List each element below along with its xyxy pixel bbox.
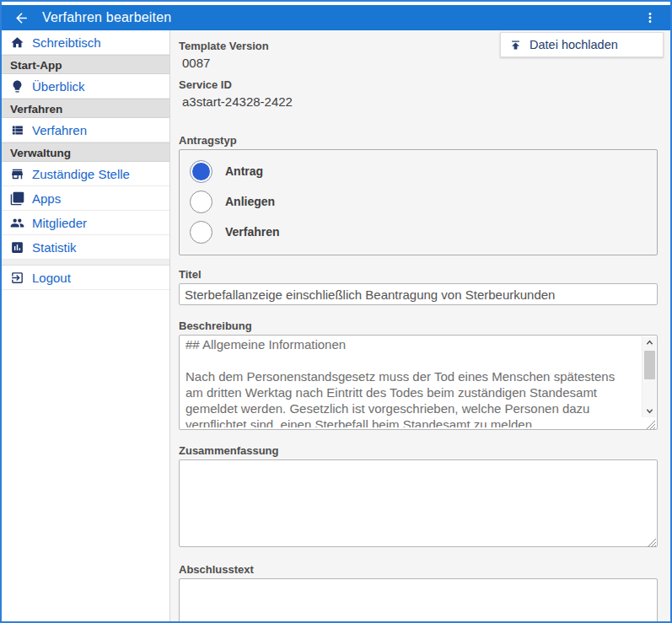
abschlusstext-textarea[interactable] <box>179 578 658 621</box>
app-bar: Verfahren bearbeiten <box>2 5 670 30</box>
office-icon <box>10 167 24 181</box>
scroll-down-icon[interactable] <box>642 405 657 417</box>
radio-option-verfahren[interactable]: Verfahren <box>190 217 647 247</box>
radio-verfahren[interactable] <box>190 221 212 244</box>
zusammenfassung-label: Zusammenfassung <box>179 443 658 458</box>
beschreibung-textarea[interactable]: ## Allgemeine Informationen Nach dem Per… <box>179 335 658 430</box>
zusammenfassung-textarea[interactable] <box>179 459 658 547</box>
main-panel: Datei hochladen Template Version 0087 Se… <box>170 30 670 621</box>
upload-icon <box>509 39 522 51</box>
radio-label: Anliegen <box>225 195 275 208</box>
sidebar: Schreibtisch Start-App Überblick Verfahr… <box>2 30 170 621</box>
sidebar-item-mitglieder[interactable]: Mitglieder <box>2 211 169 235</box>
statistics-icon <box>10 240 24 255</box>
radio-antrag[interactable] <box>190 160 212 183</box>
arrow-left-icon <box>13 10 30 26</box>
sidebar-item-label: Apps <box>32 191 61 206</box>
sidebar-item-logout[interactable]: Logout <box>2 266 169 290</box>
list-icon <box>10 123 24 137</box>
radio-option-antrag[interactable]: Antrag <box>190 156 647 186</box>
page-title: Verfahren bearbeiten <box>42 10 171 25</box>
beschreibung-scrollbar[interactable] <box>642 336 656 417</box>
radio-label: Verfahren <box>225 225 280 239</box>
sidebar-item-schreibtisch[interactable]: Schreibtisch <box>2 30 169 55</box>
sidebar-item-label: Schreibtisch <box>32 35 101 50</box>
scrollbar-thumb[interactable] <box>644 351 655 379</box>
service-id-label: Service ID <box>179 78 658 92</box>
scroll-up-icon[interactable] <box>642 336 657 349</box>
sidebar-item-label: Mitglieder <box>32 216 87 230</box>
sidebar-item-label: Verfahren <box>32 123 87 137</box>
logout-icon <box>10 271 24 285</box>
sidebar-section-verfahren: Verfahren <box>2 99 169 118</box>
abschlusstext-wrap <box>179 578 658 621</box>
radio-label: Antrag <box>225 164 263 178</box>
sidebar-divider <box>2 260 169 266</box>
sidebar-item-verfahren[interactable]: Verfahren <box>2 118 169 142</box>
apps-icon <box>10 191 24 206</box>
sidebar-item-apps[interactable]: Apps <box>2 186 169 211</box>
titel-label: Titel <box>179 267 658 282</box>
kebab-menu-button[interactable] <box>642 8 659 27</box>
content-area: Schreibtisch Start-App Überblick Verfahr… <box>2 30 670 621</box>
kebab-menu-icon <box>642 10 658 25</box>
back-button[interactable] <box>12 8 30 27</box>
sidebar-section-start-app: Start-App <box>2 55 169 74</box>
upload-file-button[interactable]: Datei hochladen <box>500 32 664 57</box>
app-window: Verfahren bearbeiten Schreibtisch Start-… <box>0 0 672 623</box>
sidebar-item-label: Statistik <box>32 240 77 255</box>
sidebar-item-statistik[interactable]: Statistik <box>2 235 169 260</box>
titel-input[interactable] <box>179 283 658 305</box>
home-icon <box>10 35 24 50</box>
sidebar-item-zustaendige-stelle[interactable]: Zuständige Stelle <box>2 162 169 186</box>
sidebar-item-label: Überblick <box>32 79 85 94</box>
service-id-value: a3start-24328-2422 <box>179 92 658 112</box>
antragstyp-radio-group: Antrag Anliegen Verfahren <box>179 149 658 255</box>
beschreibung-label: Beschreibung <box>179 319 658 333</box>
radio-anliegen[interactable] <box>190 191 212 213</box>
sidebar-section-verwaltung: Verwaltung <box>2 142 169 162</box>
sidebar-item-label: Zuständige Stelle <box>32 167 130 181</box>
resize-handle-icon[interactable] <box>645 417 655 427</box>
abschlusstext-label: Abschlusstext <box>179 562 658 577</box>
lightbulb-icon <box>10 79 24 94</box>
antragstyp-label: Antragstyp <box>179 133 658 148</box>
beschreibung-text[interactable]: ## Allgemeine Informationen Nach dem Per… <box>181 336 637 427</box>
sidebar-item-label: Logout <box>32 271 71 285</box>
sidebar-item-ueberblick[interactable]: Überblick <box>2 74 169 99</box>
zusammenfassung-wrap <box>179 459 658 547</box>
upload-file-label: Datei hochladen <box>530 38 618 51</box>
members-icon <box>10 216 24 230</box>
radio-option-anliegen[interactable]: Anliegen <box>190 186 647 217</box>
